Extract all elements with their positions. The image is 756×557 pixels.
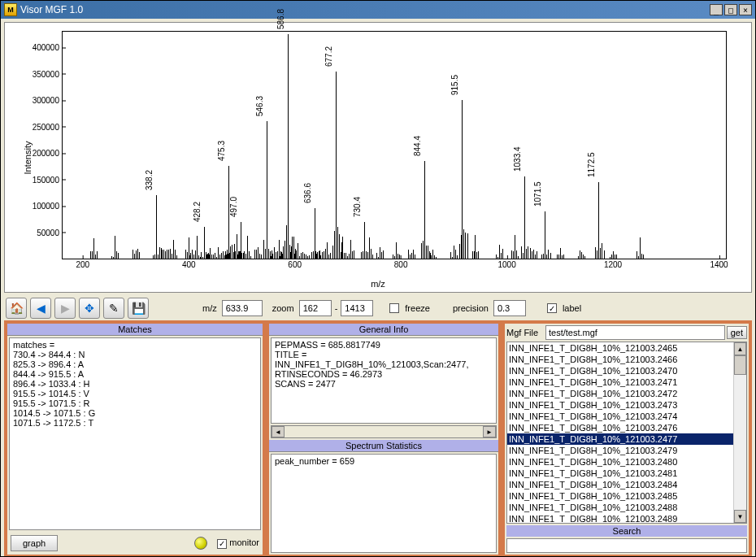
y-tick: 100000 <box>33 202 63 211</box>
list-item[interactable]: INN_INFE1_T_DIG8H_10%_121003.2479 <box>507 445 746 456</box>
monitor-checkbox[interactable]: ✓ <box>217 539 227 549</box>
get-button[interactable]: get <box>727 326 747 339</box>
list-item[interactable]: INN_INFE1_T_DIG8H_10%_121003.2477 <box>507 433 746 445</box>
title-bar: M Visor MGF 1.0 _ □ × <box>1 1 755 19</box>
peak <box>545 211 545 259</box>
info-panel: General Info PEPMASS = 685.8817749 TITLE… <box>266 320 502 557</box>
mgf-file-input[interactable] <box>545 325 725 340</box>
chart-toolbar: 🏠 ◀ ▶ ✥ ✎ 💾 m/z zoom - freeze precision … <box>1 296 755 320</box>
list-item[interactable]: INN_INFE1_T_DIG8H_10%_121003.2466 <box>507 354 746 365</box>
list-item[interactable]: INN_INFE1_T_DIG8H_10%_121003.2472 <box>507 388 746 399</box>
list-item[interactable]: INN_INFE1_T_DIG8H_10%_121003.2485 <box>507 490 746 502</box>
window-title: Visor MGF 1.0 <box>20 4 708 15</box>
peak <box>267 121 267 259</box>
lower-panels: Matches matches = 730.4 -> 844.4 : N 825… <box>1 320 755 557</box>
x-tick: 200 <box>76 259 89 269</box>
spectrum-stats-title: Spectrum Statistics <box>269 440 498 452</box>
general-info-title: General Info <box>269 324 498 336</box>
peak <box>156 195 157 259</box>
general-hscrollbar[interactable]: ◄ ► <box>271 425 497 438</box>
peak-label: 677.2 <box>324 46 333 67</box>
x-tick: 800 <box>394 259 408 269</box>
peak-label: 844.4 <box>413 136 422 156</box>
peak <box>336 72 337 259</box>
list-item[interactable]: INN_INFE1_T_DIG8H_10%_121003.2470 <box>507 365 746 376</box>
precision-label: precision <box>453 303 489 313</box>
list-item[interactable]: INN_INFE1_T_DIG8H_10%_121003.2465 <box>507 342 746 354</box>
peak-label: 475.3 <box>217 141 226 161</box>
close-button[interactable]: × <box>739 4 752 15</box>
scroll-down-icon[interactable]: ▼ <box>734 510 746 523</box>
peak <box>424 161 425 259</box>
y-tick: 350000 <box>33 69 63 78</box>
file-panel: Mgf File get INN_INFE1_T_DIG8H_10%_12100… <box>502 320 752 557</box>
peak-label: 1172.5 <box>587 152 596 177</box>
peak-label: 497.0 <box>229 197 238 217</box>
spectrum-stats-text[interactable]: peak_number = 659 <box>271 454 497 553</box>
freeze-label: freeze <box>405 303 430 313</box>
mgf-file-label: Mgf File <box>506 328 544 337</box>
precision-input[interactable] <box>493 300 526 316</box>
peak <box>315 208 315 259</box>
list-item[interactable]: INN_INFE1_T_DIG8H_10%_121003.2476 <box>507 422 746 433</box>
y-tick: 50000 <box>37 228 63 237</box>
list-item[interactable]: INN_INFE1_T_DIG8H_10%_121003.2474 <box>507 411 746 422</box>
peak-label: 428.2 <box>193 202 202 222</box>
home-button[interactable]: 🏠 <box>6 298 27 319</box>
list-item[interactable]: INN_INFE1_T_DIG8H_10%_121003.2489 <box>507 513 746 524</box>
list-item[interactable]: INN_INFE1_T_DIG8H_10%_121003.2488 <box>507 502 746 513</box>
x-tick: 1000 <box>497 259 515 269</box>
spectrum-list[interactable]: INN_INFE1_T_DIG8H_10%_121003.2465INN_INF… <box>506 342 747 524</box>
peak <box>288 34 289 259</box>
mz-label: m/z <box>202 303 217 313</box>
save-button[interactable]: 💾 <box>128 298 149 319</box>
list-item[interactable]: INN_INFE1_T_DIG8H_10%_121003.2473 <box>507 399 746 411</box>
peak-label: 730.4 <box>353 197 362 217</box>
app-icon: M <box>4 3 17 16</box>
search-title: Search <box>506 525 747 537</box>
scroll-up-icon[interactable]: ▲ <box>734 342 746 355</box>
peak-label: 586.8 <box>276 9 285 29</box>
general-info-text[interactable]: PEPMASS = 685.8817749 TITLE = INN_INFE1_… <box>271 337 497 424</box>
monitor-led-icon <box>194 537 207 550</box>
scroll-right-icon[interactable]: ► <box>483 426 496 437</box>
list-vscrollbar[interactable]: ▲ ▼ <box>733 342 746 523</box>
zoom-from-input[interactable] <box>299 300 332 316</box>
y-tick: 400000 <box>33 43 63 52</box>
matches-text[interactable]: matches = 730.4 -> 844.4 : N 825.3 -> 89… <box>9 337 261 530</box>
zoom-dash: - <box>335 303 338 313</box>
x-tick: 600 <box>288 259 302 269</box>
scroll-thumb[interactable] <box>734 355 746 375</box>
search-input[interactable] <box>506 538 747 553</box>
maximize-button[interactable]: □ <box>724 4 737 15</box>
forward-button[interactable]: ▶ <box>54 298 76 319</box>
list-item[interactable]: INN_INFE1_T_DIG8H_10%_121003.2480 <box>507 456 746 468</box>
label-checkbox[interactable]: ✓ <box>547 303 557 313</box>
scroll-left-icon[interactable]: ◄ <box>272 426 285 437</box>
peak <box>204 227 205 259</box>
x-tick: 1200 <box>604 259 622 269</box>
pan-button[interactable]: ✥ <box>79 298 100 319</box>
minimize-button[interactable]: _ <box>710 4 723 15</box>
list-item[interactable]: INN_INFE1_T_DIG8H_10%_121003.2481 <box>507 468 746 479</box>
edit-button[interactable]: ✎ <box>103 298 124 319</box>
peak-label: 636.6 <box>303 183 312 203</box>
back-button[interactable]: ◀ <box>30 298 51 319</box>
zoom-to-input[interactable] <box>341 300 373 316</box>
matches-title: Matches <box>7 324 263 336</box>
list-item[interactable]: INN_INFE1_T_DIG8H_10%_121003.2471 <box>507 376 746 388</box>
monitor-label: monitor <box>229 537 259 547</box>
mz-input[interactable] <box>222 300 263 316</box>
graph-button[interactable]: graph <box>11 535 58 551</box>
freeze-checkbox[interactable] <box>389 303 399 313</box>
y-tick: 250000 <box>33 122 63 131</box>
y-tick: 150000 <box>33 175 63 184</box>
label-label: label <box>563 303 581 313</box>
y-tick: 200000 <box>33 149 63 158</box>
y-tick: 300000 <box>33 96 63 105</box>
peak <box>364 222 365 259</box>
list-item[interactable]: INN_INFE1_T_DIG8H_10%_121003.2484 <box>507 479 746 490</box>
peak <box>462 100 463 259</box>
peak <box>524 176 525 259</box>
spectrum-chart[interactable]: Intensity m/z 50000100000150000200000250… <box>4 22 752 293</box>
